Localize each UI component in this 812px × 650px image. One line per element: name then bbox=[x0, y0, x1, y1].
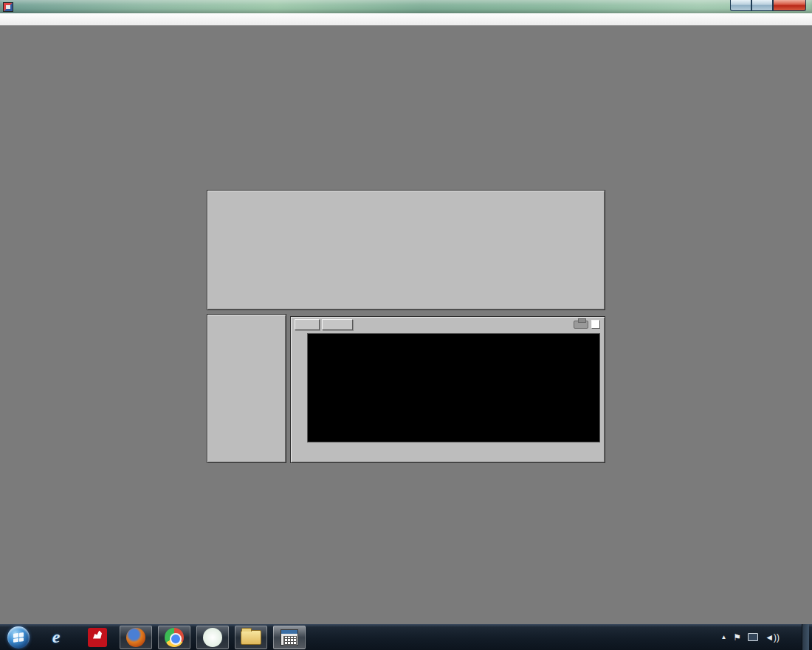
minimize-button[interactable] bbox=[730, 0, 751, 11]
enclosure-boxes-panel bbox=[207, 190, 605, 310]
folder-icon bbox=[241, 630, 261, 645]
show-desktop-button[interactable] bbox=[802, 624, 809, 650]
start-button[interactable] bbox=[7, 626, 30, 649]
show-hidden-icons-button[interactable]: ▲ bbox=[720, 634, 726, 640]
amplitude-response-plot[interactable] bbox=[307, 333, 600, 442]
close-button[interactable] bbox=[773, 0, 806, 11]
zynga-icon bbox=[88, 628, 107, 647]
speaker-panel bbox=[207, 314, 286, 463]
taskbar-folder-icon[interactable] bbox=[235, 626, 267, 649]
taskbar-speakershop-icon[interactable] bbox=[273, 626, 306, 649]
chart-option-box[interactable] bbox=[591, 320, 600, 329]
taskbar-firefox-icon[interactable] bbox=[120, 626, 152, 649]
chart-panel bbox=[290, 316, 605, 463]
chrome-icon bbox=[165, 628, 184, 647]
taskbar-ie-icon[interactable]: e bbox=[40, 626, 72, 649]
network-icon[interactable] bbox=[748, 633, 758, 641]
menu-bar bbox=[0, 13, 812, 26]
taskbar-chrome-icon[interactable] bbox=[158, 626, 190, 649]
cursor-button[interactable] bbox=[322, 319, 353, 330]
speakershop-icon bbox=[281, 629, 298, 646]
window-titlebar[interactable] bbox=[0, 0, 812, 13]
utorrent-icon bbox=[203, 628, 222, 647]
action-center-icon[interactable]: ⚑ bbox=[733, 632, 741, 643]
taskbar-utorrent-icon[interactable] bbox=[196, 626, 229, 649]
taskbar: e ▲ ⚑ ◄)) bbox=[0, 624, 812, 650]
clear-button[interactable] bbox=[295, 319, 320, 330]
volume-icon[interactable]: ◄)) bbox=[765, 632, 780, 643]
print-icon[interactable] bbox=[574, 321, 588, 329]
firefox-icon bbox=[126, 628, 145, 647]
taskbar-zynga-icon[interactable] bbox=[81, 626, 114, 649]
maximize-button[interactable] bbox=[751, 0, 773, 11]
app-icon bbox=[3, 2, 13, 12]
